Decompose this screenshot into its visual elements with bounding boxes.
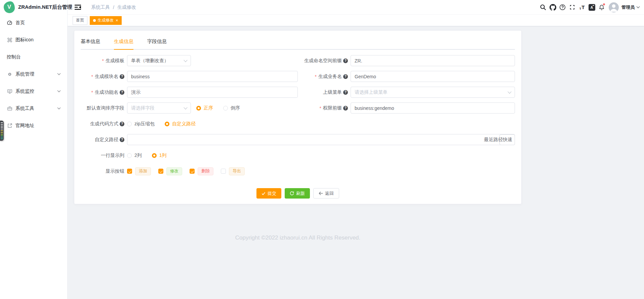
module-name-input[interactable] <box>127 71 298 82</box>
recent-path-label[interactable]: 最近路径快速 <box>484 137 512 143</box>
copyright: Copyright ©2022 izhaorui.cn All Rights R… <box>74 234 522 241</box>
select-placeholder: 请选择字段 <box>131 105 155 111</box>
notification-badge <box>603 3 605 6</box>
help-question-icon[interactable] <box>343 58 348 63</box>
dashboard-icon <box>7 20 12 26</box>
check-icon <box>261 191 266 196</box>
perm-prefix-input[interactable] <box>351 102 515 114</box>
breadcrumb-item[interactable]: 系统工具 <box>91 4 110 10</box>
back-button[interactable]: 返回 <box>313 188 339 199</box>
radio-custom-path[interactable]: 自定义路径 <box>165 121 196 127</box>
help-question-icon[interactable] <box>343 90 348 95</box>
handle-stripe <box>1 124 3 125</box>
tag-dot <box>93 19 96 22</box>
drag-handle[interactable] <box>0 121 4 141</box>
tab-field-info[interactable]: 字段信息 <box>147 38 167 49</box>
gear-icon <box>7 71 12 77</box>
refresh-button[interactable]: 刷新 <box>285 188 310 199</box>
parent-menu-select[interactable]: 请选择上级菜单 <box>351 87 515 98</box>
button-label: 刷新 <box>296 190 305 197</box>
field-label-function-name: 生成功能名 <box>74 89 127 95</box>
radio-zip-package[interactable]: zip压缩包 <box>127 121 155 127</box>
label-text: 上级菜单 <box>323 89 342 95</box>
notification-bell-icon[interactable] <box>597 2 606 12</box>
top-navbar: 系统工具 / 生成修改 TT A <box>68 0 644 15</box>
breadcrumb: 系统工具 / 生成修改 <box>91 4 136 10</box>
checkbox-add[interactable]: 添加 <box>127 167 151 175</box>
font-size-icon[interactable]: TT <box>577 2 587 12</box>
sidebar-item-label: 图标icon <box>15 37 34 43</box>
field-label-sort-field: 默认查询排序字段 <box>74 105 127 111</box>
fullscreen-icon[interactable] <box>567 2 577 12</box>
sidebar-item-icons[interactable]: 图标icon <box>0 31 67 48</box>
radio-one-column[interactable]: 1列 <box>152 153 167 159</box>
radio-icon <box>165 122 169 126</box>
tags-bar: 首页 生成修改 × <box>68 15 644 26</box>
chevron-down-icon <box>57 73 61 75</box>
tag-close-icon[interactable]: × <box>116 18 118 23</box>
handle-stripe <box>1 135 3 136</box>
radio-sort-asc[interactable]: 正序 <box>196 105 213 111</box>
sort-field-select[interactable]: 请选择字段 <box>127 102 191 114</box>
function-name-input[interactable] <box>127 87 298 98</box>
help-question-icon[interactable] <box>343 74 348 79</box>
tab-basic-info[interactable]: 基本信息 <box>81 38 100 49</box>
tag-add: 添加 <box>135 167 151 175</box>
field-label-module-name: 生成模块名 <box>74 74 127 80</box>
tag-home[interactable]: 首页 <box>73 16 87 25</box>
refresh-icon <box>290 191 294 196</box>
app-window: V ZRAdmin.NET后台管理 首页 图标icon 控制台 <box>0 0 644 299</box>
font-size-small-letter: T <box>579 7 581 10</box>
sidebar-item-official-site[interactable]: 官网地址 <box>0 117 67 134</box>
help-question-icon[interactable] <box>120 74 124 79</box>
sidebar-item-label: 官网地址 <box>15 123 34 129</box>
help-icon[interactable] <box>558 2 567 12</box>
help-question-icon[interactable] <box>120 122 124 126</box>
translate-icon[interactable]: A <box>587 2 597 12</box>
radio-sort-desc[interactable]: 倒序 <box>223 105 240 111</box>
tab-gen-info[interactable]: 生成信息 <box>114 38 133 50</box>
form-row: 生成模块名 生成业务名 <box>74 69 521 84</box>
handle-stripe <box>1 138 3 139</box>
breadcrumb-item-current: 生成修改 <box>117 4 136 10</box>
checkbox-edit[interactable]: 修改 <box>158 167 182 175</box>
sidebar-item-home[interactable]: 首页 <box>0 14 67 31</box>
translate-letter: A <box>589 4 595 11</box>
chevron-down-icon <box>508 90 511 93</box>
help-question-icon[interactable] <box>120 137 124 142</box>
checkbox-delete[interactable]: 删除 <box>190 167 213 175</box>
handle-stripe <box>1 137 3 137</box>
collapse-sidebar-icon[interactable] <box>75 4 81 10</box>
generator-panel: 基本信息 生成信息 字段信息 生成模板 单表（增删改查） <box>74 30 522 204</box>
submit-button[interactable]: 提交 <box>256 188 281 199</box>
sidebar-item-label: 控制台 <box>7 54 21 60</box>
sidebar-item-system-tools[interactable]: 系统工具 <box>0 100 67 117</box>
breadcrumb-separator: / <box>113 5 114 10</box>
help-question-icon[interactable] <box>343 106 348 111</box>
business-name-input[interactable] <box>351 71 515 82</box>
search-icon[interactable] <box>538 2 548 12</box>
user-menu-chevron-icon[interactable] <box>636 6 640 8</box>
namespace-prefix-input[interactable] <box>351 55 515 66</box>
avatar[interactable] <box>609 2 619 12</box>
gen-template-select[interactable]: 单表（增删改查） <box>127 55 191 66</box>
sidebar-item-console[interactable]: 控制台 <box>0 48 67 66</box>
help-question-icon[interactable] <box>120 90 124 95</box>
sidebar-item-system-monitor[interactable]: 系统监控 <box>0 83 67 100</box>
github-icon[interactable] <box>548 2 558 12</box>
external-link-icon <box>7 123 12 128</box>
app-logo[interactable]: V ZRAdmin.NET后台管理 <box>0 0 67 14</box>
user-name[interactable]: 管理员 <box>621 4 635 10</box>
radio-icon <box>196 106 201 111</box>
sidebar-item-system-admin[interactable]: 系统管理 <box>0 66 67 83</box>
sidebar-item-label: 首页 <box>15 20 25 26</box>
checkbox-export[interactable]: 导出 <box>221 167 245 175</box>
radio-label: 正序 <box>204 105 213 111</box>
radio-two-columns[interactable]: 2列 <box>127 153 142 159</box>
tag-gen-edit[interactable]: 生成修改 × <box>90 16 122 25</box>
custom-path-input[interactable] <box>127 134 515 145</box>
font-size-large-letter: T <box>581 4 585 10</box>
radio-label: zip压缩包 <box>134 121 155 127</box>
logo-icon: V <box>4 1 15 13</box>
handle-stripe <box>1 130 3 131</box>
